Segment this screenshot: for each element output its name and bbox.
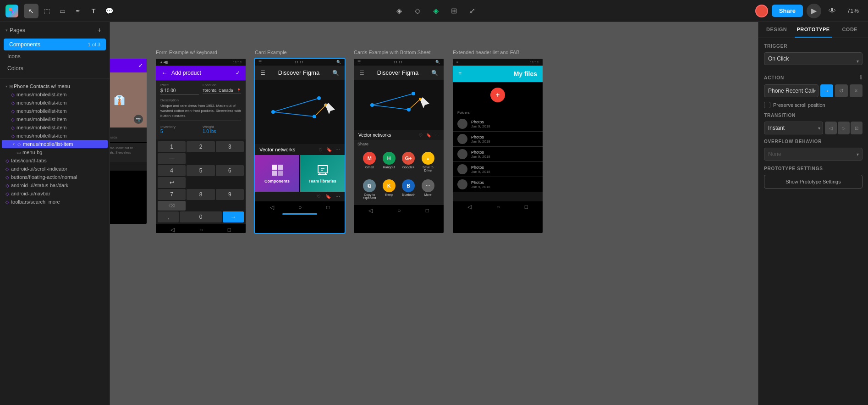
layer-label: menus/mobile/list-item [16,108,66,114]
transition-back-btn[interactable]: ◁ [825,122,837,134]
layer-menu-bg[interactable]: ▭ menu-bg [0,148,110,156]
component-icon: ◇ [11,109,15,114]
preserve-scroll-checkbox[interactable] [764,102,770,108]
figma-logo[interactable] [5,5,18,17]
page-item-colors[interactable]: Colors [2,62,108,74]
layer-phone-contacts[interactable]: ▾ ⊞ Phone Contacts w/ menu [0,82,110,90]
frame-tool-btn[interactable]: ⬚ [39,4,54,18]
tab-design[interactable]: DESIGN [758,22,795,38]
comment-tool-btn[interactable]: 💬 [102,4,116,18]
action-info-icon: ℹ [860,74,863,81]
layer-scroll-indicator[interactable]: ◇ android-ui/scroll-indicator [0,165,110,173]
left-sidebar: ▾ Pages + Components 1 of 3 Icons Colors… [0,22,110,405]
pages-header: ▾ Pages + [0,22,110,39]
component-icon: ◇ [5,183,9,188]
svg-rect-1 [255,80,345,144]
action-navigate-btn[interactable]: → [820,84,833,97]
file-item-2[interactable]: Photos Jan 9, 2018 [453,132,543,147]
frame-icon: ⊞ [9,84,13,89]
move-tool-btn[interactable]: ↖ [24,4,38,18]
add-page-btn[interactable]: + [95,26,104,35]
frame-form-example: Form Example w/ keyboard ▲◀▮ 11:11 ← Add… [156,59,246,233]
frame-label-card: Card Example [255,50,287,55]
file-icon [457,149,467,159]
layer-list-item-5[interactable]: ◇ menus/mobile/list-item [0,123,110,132]
trigger-select[interactable]: On Click On Hover On Press [764,52,863,65]
component-icon: ◇ [5,191,9,196]
layer-list-item-6[interactable]: ◇ menus/mobile/list-item [0,132,110,140]
pen-tool-btn[interactable]: ✒ [71,4,85,18]
text-tool-btn[interactable]: T [86,4,101,18]
svg-rect-13 [272,171,277,176]
action-swap-btn[interactable]: ↺ [835,84,848,97]
layer-list-item-4[interactable]: ◇ menus/mobile/list-item [0,115,110,123]
file-item-1[interactable]: Photos Jan 9, 2018 [453,117,543,132]
component-icon: ◇ [5,166,9,172]
shape-tool-btn[interactable]: ▭ [55,4,70,18]
panel-content: TRIGGER On Click On Hover On Press ACTIO… [758,38,868,405]
team-libraries-card[interactable]: Team libraries [300,155,345,192]
frame-phone-contacts: uct ✓ 👔 📷 ion onto, Canada ss from 1 [110,59,147,224]
layer-toolbar-search[interactable]: ◇ toolbars/search+more [0,198,110,206]
page-item-components[interactable]: Components 1 of 3 [4,39,106,50]
share-copy[interactable]: ⧉ Copy to clipboard [361,179,378,200]
expand-icon: ▾ [5,84,7,89]
share-hangout[interactable]: H Hangout [381,152,398,172]
share-bluetooth[interactable]: B Bluetooth [400,179,417,200]
tab-code[interactable]: CODE [832,22,868,38]
components-card[interactable]: Components [255,155,299,192]
transition-select[interactable]: Instant Dissolve Move In Move Out Push S… [764,122,823,134]
share-button[interactable]: Share [772,5,803,17]
overflow-select[interactable]: None Horizontal Vertical Both [764,148,863,161]
layer-list-item-3[interactable]: ◇ menus/mobile/list-item [0,107,110,115]
show-prototype-settings-btn[interactable]: Show Prototype Settings [764,175,863,189]
file-item-5[interactable]: Photos Jan 9, 2018 [453,177,543,192]
file-item-3[interactable]: Photos Jan 9, 2018 [453,147,543,162]
component-icon: ◇ [11,117,15,122]
component-icon: ◇ [11,92,15,97]
layer-list-item-7-selected[interactable]: ▾ ◇ menus/mobile/list-item [2,140,108,148]
transition-grid-btn[interactable]: ⊡ [851,122,863,134]
share-keep[interactable]: K Keep [381,179,398,200]
layer-status-bar[interactable]: ◇ android-ui/status-bar/dark [0,181,110,189]
action-select[interactable]: Phone Recent Calls Navigate To Back [764,84,819,97]
pages-list: Components 1 of 3 Icons Colors [0,39,110,76]
phone-screen-form[interactable]: ▲◀▮ 11:11 ← Add product ✓ Price $ 10.00 [156,59,246,233]
fab-button[interactable]: + [490,88,505,102]
component-icon: ◇ [11,133,15,139]
layer-floating-action[interactable]: ◇ buttons/floating-action/normal [0,173,110,181]
file-item-4[interactable]: Photos Jan 9, 2018 [453,162,543,177]
share-drive[interactable]: ▲ Save to Drive [420,152,437,172]
overflow-section-label: OVERFLOW BEHAVIOR [764,139,863,144]
user-avatar[interactable] [755,5,768,17]
scale-btn[interactable]: ⤢ [465,4,480,18]
share-googleplus[interactable]: G+ Google+ [400,152,417,172]
phone-screen-bottom-sheet[interactable]: ☰ 11:11 🔍 ☰ Discover Figma 🔍 [354,59,444,233]
canvas-area[interactable]: uct ✓ 👔 📷 ion onto, Canada ss from 1 [110,22,758,405]
layer-label: menus/mobile/list-item [16,117,66,122]
layer-list-item-1[interactable]: ◇ menus/mobile/list-item [0,90,110,99]
mask-btn[interactable]: ◇ [410,4,425,18]
layer-navbar[interactable]: ◇ android-ui/navbar [0,189,110,198]
zoom-indicator[interactable]: 71% [843,6,863,16]
main-layout: ▾ Pages + Components 1 of 3 Icons Colors… [0,22,868,405]
component-btn[interactable]: ◈ [392,4,407,18]
action-remove-btn[interactable]: × [850,84,863,97]
share-gmail[interactable]: M Gmail [361,152,378,172]
component-icon: ◇ [11,125,15,130]
align-btn[interactable]: ⊞ [447,4,461,18]
play-button[interactable]: ▶ [807,4,821,18]
layer-tabs-icon[interactable]: ◇ tabs/icon/3-tabs [0,156,110,165]
preview-btn[interactable]: 👁 [825,4,840,18]
page-item-icons[interactable]: Icons [2,50,108,62]
frame-extended-header: Extended header list and FAB ≡ 11:11 ≡ M… [453,59,543,233]
svg-point-20 [412,92,415,95]
transition-forward-btn[interactable]: ▷ [838,122,850,134]
bool-btn[interactable]: ◈ [429,4,443,18]
phone-screen-extended[interactable]: ≡ 11:11 ≡ My files + Folders [453,59,543,233]
tab-prototype[interactable]: PROTOTYPE [795,22,831,38]
share-more[interactable]: ··· More [420,179,437,200]
layers-panel: ▾ ⊞ Phone Contacts w/ menu ◇ menus/mobil… [0,80,110,405]
phone-screen-card[interactable]: ☰ 11:11 🔍 ☰ Discover Figma 🔍 [255,59,345,233]
layer-list-item-2[interactable]: ◇ menus/mobile/list-item [0,99,110,107]
